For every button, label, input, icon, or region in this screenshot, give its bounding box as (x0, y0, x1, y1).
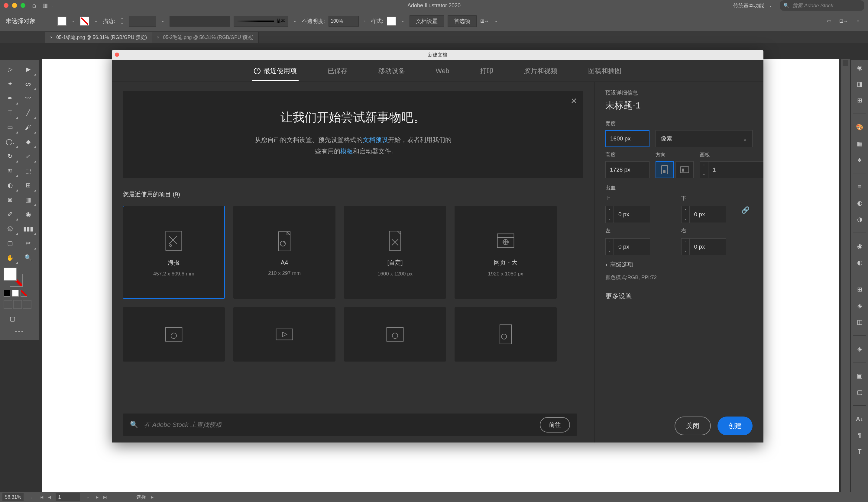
unit-select[interactable]: 像素 ⌄ (655, 130, 753, 147)
scale-tool[interactable]: ⤢ (19, 149, 37, 163)
width-tool[interactable]: ≋ (1, 164, 19, 178)
shape-builder-tool[interactable]: ◐ (1, 178, 19, 192)
tab-recent[interactable]: 最近使用项 (252, 61, 299, 81)
direct-selection-tool[interactable]: ▶ (19, 62, 37, 76)
blend-tool[interactable]: ◉ (19, 207, 37, 221)
landscape-button[interactable] (675, 161, 694, 178)
appearance-panel-icon[interactable]: ◉ (855, 241, 864, 251)
arrange-documents-icon[interactable]: ▥ ⌄ (43, 2, 55, 9)
bleed-right-input[interactable] (690, 238, 726, 255)
column-graph-tool[interactable]: ▮▮▮ (19, 222, 37, 236)
stroke-swatch[interactable] (80, 17, 89, 26)
brush-definition[interactable]: 基本 (234, 16, 288, 27)
chevron-down-icon[interactable]: ⌄ (400, 19, 406, 23)
document-tab[interactable]: × 05-1铅笔.png @ 56.31% (RGB/GPU 预览) (45, 32, 152, 43)
preset-card[interactable]: 海报 457.2 x 609.6 mm (123, 206, 225, 299)
opentype-panel-icon[interactable]: Ƭ (855, 447, 864, 457)
draw-behind-icon[interactable] (13, 300, 22, 309)
advanced-options-toggle[interactable]: › 高级选项 (606, 261, 753, 269)
close-tab-icon[interactable]: × (50, 35, 53, 40)
hand-tool[interactable]: ✋ (1, 251, 19, 264)
eraser-tool[interactable]: ◆ (19, 135, 37, 149)
edit-toolbar-icon[interactable]: ••• (4, 328, 36, 335)
chevron-down-icon[interactable]: ⌄ (493, 19, 499, 23)
stroke-weight-input[interactable] (129, 16, 156, 27)
asset-export-panel-icon[interactable]: ▣ (855, 371, 864, 380)
paintbrush-tool[interactable]: 🖌 (19, 120, 37, 134)
artboard-number[interactable]: 1 (55, 493, 80, 501)
tab-saved[interactable]: 已保存 (326, 61, 349, 81)
screen-mode-icon[interactable]: ▢ (4, 312, 21, 326)
type-tool[interactable]: T (1, 106, 19, 119)
bleed-bottom-input[interactable] (690, 206, 726, 223)
doc-presets-link[interactable]: 文档预设 (363, 136, 388, 143)
minimize-window-icon[interactable] (12, 3, 17, 8)
draw-normal-icon[interactable] (4, 300, 12, 309)
artboard-stepper[interactable]: ⌃⌄ (700, 161, 708, 178)
last-artboard-icon[interactable]: ▶| (103, 495, 107, 499)
color-panel-icon[interactable]: 🎨 (855, 122, 864, 132)
fill-color[interactable] (4, 268, 17, 281)
selection-tool[interactable]: ▷ (1, 62, 19, 76)
preset-card[interactable] (233, 307, 335, 362)
width-input[interactable] (606, 130, 650, 147)
status-menu-icon[interactable]: ▶ (151, 495, 154, 499)
stock-search-input[interactable] (144, 421, 534, 428)
templates-link[interactable]: 模板 (340, 148, 353, 155)
stepper-icon[interactable]: ⌃⌄ (606, 206, 614, 223)
align-icon[interactable]: ⊞↔ (480, 17, 489, 26)
graphic-style-swatch[interactable] (387, 17, 396, 26)
isolate-icon[interactable]: ▭ (825, 17, 834, 26)
chevron-down-icon[interactable]: ⌄ (85, 495, 91, 499)
swatches-panel-icon[interactable]: ▦ (855, 139, 864, 148)
zoom-tool[interactable]: 🔍 (19, 251, 37, 264)
chevron-right-icon[interactable]: › (362, 19, 367, 23)
stepper-icon[interactable]: ⌃⌄ (119, 17, 125, 25)
artboards-panel-icon[interactable]: ▢ (855, 387, 864, 397)
preset-card[interactable] (344, 307, 446, 362)
graphic-styles-panel-icon[interactable]: ◐ (855, 258, 864, 267)
vertical-scrollbar[interactable] (841, 59, 850, 492)
close-window-icon[interactable] (4, 3, 9, 8)
symbol-sprayer-tool[interactable]: ۞ (1, 222, 19, 236)
menu-icon[interactable]: ≡ (854, 17, 862, 26)
gradient-panel-icon[interactable]: ◐ (855, 198, 864, 208)
portrait-button[interactable] (655, 161, 674, 178)
preset-card[interactable]: [自定] 1600 x 1200 px (344, 206, 446, 299)
chevron-down-icon[interactable]: ⌄ (28, 495, 35, 499)
pathfinder-panel-icon[interactable]: ◫ (855, 317, 864, 327)
fill-swatch[interactable] (58, 17, 66, 26)
document-tab[interactable]: × 05-2毛笔.png @ 56.31% (RGB/GPU 预览) (152, 32, 259, 43)
preset-card[interactable]: A4 210 x 297 mm (233, 206, 335, 299)
stepper-icon[interactable]: ⌃⌄ (606, 238, 614, 255)
layers-panel-icon[interactable]: ◨ (855, 79, 864, 89)
curvature-tool[interactable]: 〰 (19, 91, 37, 105)
document-name[interactable]: 未标题-1 (606, 100, 753, 112)
first-artboard-icon[interactable]: |◀ (40, 495, 43, 499)
free-transform-tool[interactable]: ⬚ (19, 164, 37, 178)
slice-tool[interactable]: ✂ (19, 236, 37, 250)
perspective-grid-tool[interactable]: ⊞ (19, 178, 37, 192)
artboards-input[interactable] (708, 161, 763, 178)
stroke-panel-icon[interactable]: ≡ (855, 182, 864, 191)
character-panel-icon[interactable]: A↓ (855, 414, 864, 424)
tab-web[interactable]: Web (434, 62, 451, 80)
close-hero-icon[interactable]: ✕ (571, 96, 577, 106)
stepper-icon[interactable]: ⌃⌄ (681, 206, 690, 223)
zoom-level[interactable]: 56.31% (2, 493, 23, 501)
tab-mobile[interactable]: 移动设备 (376, 61, 407, 81)
transparency-panel-icon[interactable]: ◑ (855, 215, 864, 224)
chevron-down-icon[interactable]: ⌄ (93, 19, 99, 23)
pen-tool[interactable]: ✒ (1, 91, 19, 105)
home-icon[interactable]: ⌂ (32, 1, 36, 9)
color-swatch[interactable] (12, 290, 19, 296)
bleed-top-input[interactable] (614, 206, 650, 223)
prev-artboard-icon[interactable]: ◀ (48, 495, 51, 499)
preset-card[interactable] (455, 307, 557, 362)
create-button[interactable]: 创建 (717, 417, 753, 435)
lasso-tool[interactable]: ᔕ (19, 77, 37, 91)
chevron-down-icon[interactable]: ⌄ (292, 19, 298, 23)
none-swatch[interactable] (21, 290, 27, 296)
eyedropper-tool[interactable]: ✐ (1, 207, 19, 221)
line-tool[interactable]: ╱ (19, 106, 37, 119)
